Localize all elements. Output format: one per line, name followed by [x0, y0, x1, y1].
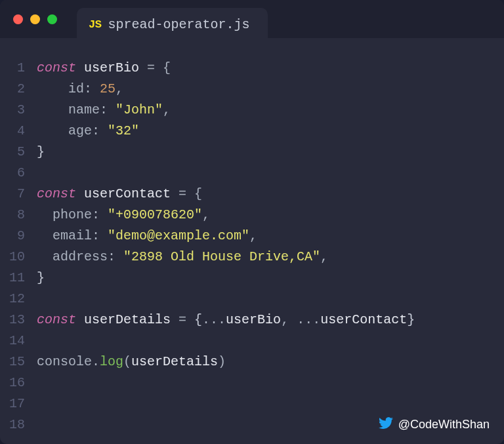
line-number: 2 [0, 79, 25, 100]
minimize-window-button[interactable] [30, 14, 40, 24]
line-number-gutter: 123456789101112131415161718 [0, 58, 37, 444]
code-line: } [37, 142, 504, 163]
code-line: name: "John", [37, 100, 504, 121]
line-number: 6 [0, 163, 25, 184]
title-bar: JS spread-operator.js [0, 0, 504, 38]
attribution-handle: @CodeWithShan [398, 418, 490, 432]
maximize-window-button[interactable] [47, 14, 57, 24]
line-number: 13 [0, 310, 25, 331]
line-number: 3 [0, 100, 25, 121]
line-number: 17 [0, 394, 25, 414]
code-line [37, 289, 504, 310]
line-number: 15 [0, 352, 25, 373]
line-number: 10 [0, 247, 25, 268]
line-number: 7 [0, 184, 25, 205]
code-content[interactable]: const userBio = { id: 25, name: "John", … [37, 58, 504, 444]
js-file-icon: JS [89, 18, 101, 31]
line-number: 11 [0, 268, 25, 289]
attribution: @CodeWithShan [379, 416, 490, 434]
code-line [37, 394, 504, 414]
code-line: phone: "+090078620", [37, 205, 504, 226]
editor-window: JS spread-operator.js 123456789101112131… [0, 0, 504, 444]
code-editor[interactable]: 123456789101112131415161718 const userBi… [0, 38, 504, 444]
traffic-lights [13, 14, 57, 24]
code-line: age: "32" [37, 121, 504, 142]
line-number: 1 [0, 58, 25, 79]
line-number: 5 [0, 142, 25, 163]
tab-filename: spread-operator.js [108, 17, 249, 32]
code-line: const userDetails = {...userBio, ...user… [37, 310, 504, 331]
code-line [37, 373, 504, 394]
code-line [37, 163, 504, 184]
twitter-icon [379, 416, 393, 434]
code-line: email: "demo@example.com", [37, 226, 504, 247]
code-line: console.log(userDetails) [37, 352, 504, 373]
line-number: 4 [0, 121, 25, 142]
line-number: 12 [0, 289, 25, 310]
close-window-button[interactable] [13, 14, 23, 24]
line-number: 8 [0, 205, 25, 226]
code-line: const userContact = { [37, 184, 504, 205]
file-tab[interactable]: JS spread-operator.js [77, 8, 268, 41]
line-number: 9 [0, 226, 25, 247]
line-number: 18 [0, 414, 25, 435]
code-line: id: 25, [37, 79, 504, 100]
code-line: } [37, 268, 504, 289]
code-line: const userBio = { [37, 58, 504, 79]
code-line [37, 331, 504, 352]
code-line: address: "2898 Old House Drive,CA", [37, 247, 504, 268]
line-number: 14 [0, 331, 25, 352]
line-number: 16 [0, 373, 25, 394]
